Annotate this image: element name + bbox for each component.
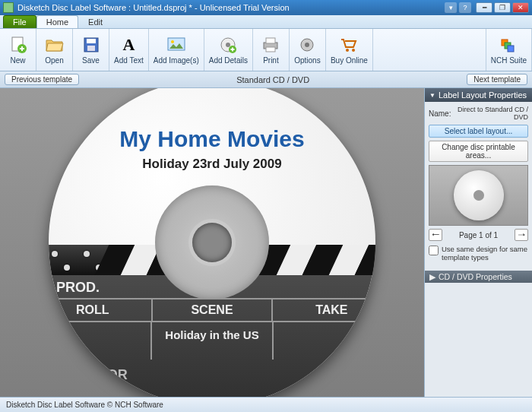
save-icon <box>81 35 101 55</box>
select-label-layout-button[interactable]: Select label layout... <box>429 125 528 138</box>
svg-rect-11 <box>266 38 275 43</box>
svg-rect-19 <box>508 46 514 52</box>
svg-point-14 <box>305 43 309 47</box>
collapse-icon: ▼ <box>429 92 435 99</box>
disc-title-text[interactable]: My Home Movies <box>49 126 375 152</box>
disc-center-hole <box>192 223 232 262</box>
print-button[interactable]: Print <box>253 29 290 71</box>
maximize-button[interactable]: ❐ <box>494 2 511 13</box>
tab-file[interactable]: File <box>3 15 36 28</box>
disc-subtitle-text[interactable]: Holiday 23rd July 2009 <box>49 157 375 172</box>
add-details-button[interactable]: Add Details <box>204 29 253 71</box>
clapper-scene-value[interactable]: Holiday in the US <box>152 322 274 360</box>
tab-edit[interactable]: Edit <box>78 15 112 28</box>
properties-panel: ▼ Label Layout Properties Name: Direct t… <box>424 88 532 397</box>
template-name: Standard CD / DVD <box>79 75 467 84</box>
image-icon <box>166 35 186 55</box>
suite-icon <box>499 35 518 55</box>
window-titlebar: Disketch Disc Label Software : Untitled.… <box>0 0 532 15</box>
new-button[interactable]: New <box>0 29 36 71</box>
gear-icon <box>297 35 317 55</box>
menu-tabs: File Home Edit <box>0 15 532 29</box>
disc-label[interactable]: My Home Movies Holiday 23rd July 2009 PR… <box>49 88 375 397</box>
page-next-button[interactable]: ⭢ <box>515 229 528 241</box>
layout-name-value: Direct to Standard CD / DVD <box>453 106 528 121</box>
next-template-button[interactable]: Next template <box>467 74 527 85</box>
svg-point-16 <box>352 49 355 52</box>
expand-icon: ▶ <box>429 272 435 281</box>
app-icon <box>3 2 14 13</box>
same-design-checkbox[interactable] <box>429 246 439 255</box>
svg-point-6 <box>171 40 174 43</box>
svg-rect-4 <box>87 46 95 51</box>
canvas-area[interactable]: My Home Movies Holiday 23rd July 2009 PR… <box>0 88 424 397</box>
save-button[interactable]: Save <box>73 29 109 71</box>
clapper-roll-header: ROLL <box>49 299 153 321</box>
help-icon[interactable]: ? <box>459 2 471 13</box>
clapper-director-label: DIRECTOR <box>49 360 375 391</box>
layout-thumbnail[interactable] <box>429 165 528 226</box>
previous-template-button[interactable]: Previous template <box>5 74 79 85</box>
add-image-button[interactable]: Add Image(s) <box>149 29 204 71</box>
buy-online-button[interactable]: Buy Online <box>326 29 373 71</box>
tab-home[interactable]: Home <box>36 15 78 28</box>
folder-open-icon <box>45 35 65 55</box>
clapper-take-header: TAKE <box>273 299 375 321</box>
page-indicator: Page 1 of 1 <box>459 231 498 239</box>
new-file-icon <box>8 35 28 55</box>
change-printable-areas-button[interactable]: Change disc printable areas... <box>429 141 528 162</box>
status-text: Disketch Disc Label Software © NCH Softw… <box>6 401 163 409</box>
svg-point-15 <box>346 49 349 52</box>
clapper-scene-header: SCENE <box>153 299 272 321</box>
details-icon <box>218 35 238 55</box>
svg-point-8 <box>226 43 230 47</box>
page-prev-button[interactable]: ⭠ <box>429 229 442 241</box>
ribbon-toolbar: New Open Save A Add Text Add Image(s) Ad… <box>0 29 532 71</box>
layout-name-row: Name: Direct to Standard CD / DVD <box>429 106 528 121</box>
cd-dvd-properties-header[interactable]: ▶ CD / DVD Properties <box>425 271 532 283</box>
same-design-checkbox-row[interactable]: Use same design for same template types <box>429 245 528 262</box>
open-button[interactable]: Open <box>36 29 73 71</box>
template-bar: Previous template Standard CD / DVD Next… <box>0 71 532 88</box>
svg-rect-3 <box>87 39 96 43</box>
thumbnail-disc-icon <box>454 170 504 220</box>
help-dropdown-icon[interactable]: ▾ <box>445 2 457 13</box>
cart-icon <box>339 35 359 55</box>
minimize-button[interactable]: ━ <box>476 2 492 13</box>
print-icon <box>261 35 280 55</box>
nch-suite-button[interactable]: NCH Suite <box>486 29 532 71</box>
svg-rect-12 <box>266 47 275 52</box>
add-text-button[interactable]: A Add Text <box>109 29 149 71</box>
status-bar: Disketch Disc Label Software © NCH Softw… <box>0 397 532 412</box>
label-layout-header[interactable]: ▼ Label Layout Properties <box>425 88 532 102</box>
window-title: Disketch Disc Label Software : Untitled.… <box>17 3 445 12</box>
close-button[interactable]: ✕ <box>512 2 529 13</box>
text-icon: A <box>119 35 138 55</box>
options-button[interactable]: Options <box>290 29 326 71</box>
